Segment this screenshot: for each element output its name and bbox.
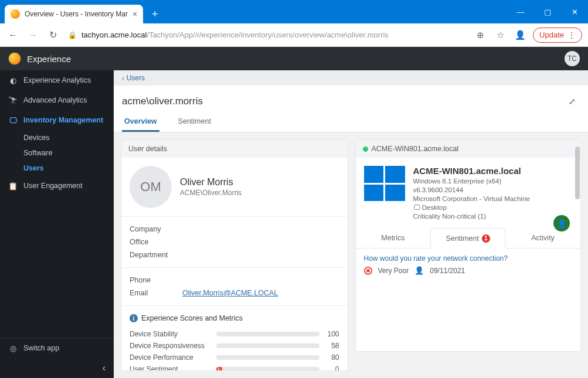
metric-value: 58 [324, 342, 339, 350]
metric-row: User Sentiment ! 0 [130, 363, 339, 370]
profile-icon[interactable]: 👤 [513, 28, 527, 42]
page-tabs: Overview Sentiment [122, 117, 580, 132]
collapse-sidebar-button[interactable]: ‹ [0, 358, 114, 378]
sidebar-item-experience-analytics[interactable]: ◐ Experience Analytics [0, 70, 114, 90]
very-poor-icon [364, 267, 372, 275]
tab-sentiment[interactable]: Sentiment [176, 117, 213, 132]
kebab-icon: ⋮ [567, 30, 576, 40]
switch-app-button[interactable]: ◎ Switch app [0, 338, 114, 358]
device-chassis: 🖵 Desktop [413, 204, 530, 211]
scores-header-label: Experience Scores and Metrics [141, 314, 243, 322]
alert-icon: ! [216, 367, 222, 370]
metric-row: Device Responsiveness 58 [130, 340, 339, 352]
department-label: Department [130, 248, 339, 261]
office-label: Office [130, 236, 339, 248]
person-icon: 👤 [414, 266, 424, 275]
minimize-button[interactable]: — [507, 0, 534, 23]
reload-button[interactable]: ↻ [46, 28, 60, 42]
device-panel-body: ACME-WIN801.acme.local Windows 8.1 Enter… [356, 158, 581, 283]
browser-titlebar: Overview - Users - Inventory Mar × + — ▢… [0, 0, 588, 23]
sidebar-item-label: User Engagement [23, 182, 83, 190]
search-icon[interactable]: ⊕ [473, 28, 487, 42]
sidebar-item-advanced-analytics[interactable]: 🔭 Advanced Analytics [0, 90, 114, 110]
device-tab-metrics[interactable]: Metrics [356, 228, 431, 248]
panels: User details OM Oliver Morris ACME\Olive… [114, 132, 588, 378]
device-tab-sentiment[interactable]: Sentiment 1 [430, 228, 505, 248]
expand-button[interactable]: ⤢ [565, 94, 580, 109]
tab-title: Overview - Users - Inventory Mar [25, 10, 128, 18]
content-area: ‹ Users acme\oliver.morris ⤢ Overview Se… [114, 70, 588, 378]
monitor-icon: 🖵 [8, 115, 18, 125]
device-panel-header: ACME-WIN801.acme.local [356, 140, 581, 158]
email-link[interactable]: Oliver.Morris@ACME.LOCAL [182, 289, 278, 297]
favicon [11, 9, 20, 19]
device-version: v6.3.9600.20144 [413, 186, 530, 193]
user-details-body: OM Oliver Morris ACME\Oliver.Morris Comp… [121, 158, 348, 370]
metric-row: Device Stability 100 [130, 328, 339, 340]
sidebar-sub-users[interactable]: Users [0, 161, 114, 176]
metric-name: User Sentiment [130, 365, 212, 370]
forward-button[interactable]: → [26, 28, 40, 42]
clipboard-icon: 📋 [8, 181, 18, 190]
browser-tab[interactable]: Overview - Users - Inventory Mar × [5, 5, 143, 23]
back-button[interactable]: ← [6, 28, 20, 42]
breadcrumb-parent: Users [127, 74, 145, 82]
metric-bar: ! [216, 367, 320, 370]
update-label: Update [539, 30, 564, 39]
update-button[interactable]: Update ⋮ [533, 28, 582, 43]
sentiment-answer-row: Very Poor 👤 09/11/2021 [364, 266, 573, 275]
page-title-bar: acme\oliver.morris ⤢ Overview Sentiment [114, 86, 588, 132]
windows-logo-icon [364, 166, 405, 201]
company-label: Company [130, 223, 339, 236]
device-panel: ACME-WIN801.acme.local ACME-WIN801.acme.… [355, 139, 582, 352]
device-tab-activity[interactable]: Activity [505, 228, 580, 248]
breadcrumb[interactable]: ‹ Users [114, 70, 588, 86]
chevron-left-icon: ‹ [122, 74, 124, 81]
user-account: ACME\Oliver.Morris [180, 189, 242, 197]
sidebar-item-label: Inventory Management [23, 116, 103, 124]
user-badge[interactable]: TC [565, 51, 580, 66]
sidebar-sub-devices[interactable]: Devices [0, 130, 114, 145]
window-controls: — ▢ ✕ [507, 0, 588, 23]
avatar: OM [130, 166, 172, 208]
sentiment-answer: Very Poor [378, 267, 409, 275]
sidebar: ◐ Experience Analytics 🔭 Advanced Analyt… [0, 70, 114, 378]
device-criticality: Criticality Non-critical (1) [413, 213, 530, 220]
scores-header: i Experience Scores and Metrics [130, 312, 339, 328]
status-dot-icon [363, 147, 368, 152]
bookmark-icon[interactable]: ☆ [493, 28, 507, 42]
maximize-button[interactable]: ▢ [534, 0, 561, 23]
metric-name: Device Performance [130, 353, 212, 362]
device-tab-label: Sentiment [446, 234, 479, 243]
sidebar-item-label: Experience Analytics [23, 76, 91, 84]
sidebar-item-label: Advanced Analytics [23, 96, 87, 104]
browser-toolbar: ← → ↻ 🔒 tachyon.acme.local/Tachyon/App/#… [0, 23, 588, 47]
scrollbar-thumb[interactable] [575, 147, 580, 199]
device-name: ACME-WIN801.acme.local [413, 166, 530, 176]
app-title: Experience [27, 54, 71, 64]
user-details-header: User details [121, 140, 348, 158]
page-title: acme\oliver.morris [122, 96, 203, 107]
sidebar-sub-software[interactable]: Software [0, 145, 114, 161]
url-bar[interactable]: 🔒 tachyon.acme.local/Tachyon/App/#/exper… [66, 30, 467, 39]
binoculars-icon: 🔭 [8, 96, 18, 105]
badge-count: 1 [482, 234, 490, 243]
app-switch-icon: ◎ [8, 343, 18, 353]
device-user-icon[interactable]: 👤 [553, 215, 570, 231]
sidebar-item-user-engagement[interactable]: 📋 User Engagement [0, 176, 114, 196]
metric-name: Device Responsiveness [130, 342, 212, 350]
metric-value: 100 [324, 330, 339, 338]
tab-overview[interactable]: Overview [122, 117, 159, 132]
close-window-button[interactable]: ✕ [561, 0, 588, 23]
switch-app-label: Switch app [23, 344, 59, 352]
url-text: tachyon.acme.local/Tachyon/App/#/experie… [81, 30, 389, 39]
metric-name: Device Stability [130, 330, 212, 338]
new-tab-button[interactable]: + [147, 6, 163, 22]
sentiment-question: How would you rate your network connecti… [364, 254, 573, 263]
sidebar-item-inventory-management[interactable]: 🖵 Inventory Management [0, 110, 114, 130]
dashboard-icon: ◐ [8, 76, 18, 85]
sentiment-date: 09/11/2021 [430, 267, 465, 275]
app-body: ◐ Experience Analytics 🔭 Advanced Analyt… [0, 70, 588, 378]
metric-row: Device Performance 80 [130, 352, 339, 363]
close-icon[interactable]: × [132, 9, 137, 19]
